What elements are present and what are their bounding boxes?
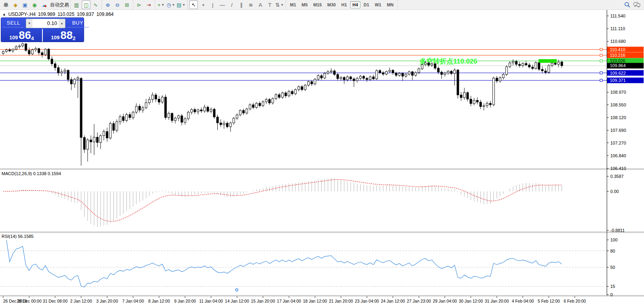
svg-text:2 Jan 12:00: 2 Jan 12:00: [70, 299, 92, 303]
svg-text:110.026: 110.026: [610, 58, 625, 63]
svg-text:111.540: 111.540: [610, 14, 625, 18]
macd-pane: 0.35870.00-0.8811: [3, 174, 625, 233]
volume-step-down[interactable]: ▼: [26, 19, 33, 28]
svg-text:15: 15: [610, 284, 615, 289]
chart-ohlc-header: ▲ USDJPY-,H4 109.989 110.025 109.837 109…: [2, 12, 114, 17]
svg-text:17 Jan 04:00: 17 Jan 04:00: [277, 299, 301, 303]
svg-text:31 Jan 20:00: 31 Jan 20:00: [485, 299, 509, 303]
rsi-line: [6, 240, 562, 287]
buy-price-sup: 2: [73, 36, 75, 41]
svg-text:24 Jan 12:00: 24 Jan 12:00: [381, 299, 405, 303]
macd-value-main: 0.1338: [33, 171, 46, 176]
svg-text:111.110: 111.110: [610, 26, 625, 31]
svg-text:30 Jan 12:00: 30 Jan 12:00: [459, 299, 483, 303]
mt4-terminal: { "toolbar": { "left_icons": [ {"name":"…: [0, 0, 644, 305]
sell-button[interactable]: SELL: [2, 20, 25, 27]
ohlc-open: 109.989: [38, 12, 55, 17]
sell-price-sup: 4: [31, 36, 34, 41]
svg-text:80: 80: [610, 249, 615, 253]
svg-text:106.840: 106.840: [610, 153, 626, 158]
macd-title: MACD(12,26,9) 0.1338 0.1594: [2, 171, 61, 176]
chart-canvas[interactable]: 111.540111.110110.680108.970108.550108.1…: [0, 0, 644, 305]
buy-price[interactable]: 109 88 2: [43, 29, 84, 42]
svg-text:106.410: 106.410: [610, 166, 626, 171]
svg-text:109.622: 109.622: [610, 71, 626, 75]
volume-stepper: ▼ ▲: [26, 19, 65, 28]
svg-text:23 Jan 04:00: 23 Jan 04:00: [355, 299, 379, 303]
svg-text:107.270: 107.270: [610, 141, 626, 145]
current-price-label: 109.864: [610, 63, 626, 68]
svg-text:-0.8811: -0.8811: [610, 228, 625, 233]
svg-text:3 Jan 20:00: 3 Jan 20:00: [96, 299, 118, 303]
volume-step-up[interactable]: ▲: [59, 19, 65, 28]
volume-input[interactable]: [33, 19, 59, 28]
svg-text:6 Feb 20:00: 6 Feb 20:00: [564, 299, 586, 303]
svg-text:8 Jan 12:00: 8 Jan 12:00: [148, 299, 170, 303]
time-axis[interactable]: 26 Dec 201828 Dec 00:0031 Dec 08:002 Jan…: [3, 296, 586, 303]
svg-text:108.120: 108.120: [610, 115, 626, 120]
ohlc-low: 109.837: [77, 12, 94, 17]
svg-text:21 Jan 20:00: 21 Jan 20:00: [329, 299, 353, 303]
macd-value-signal: 0.1594: [48, 171, 61, 176]
buy-price-prefix: 109: [51, 35, 59, 41]
rsi-title: RSI(14) 56.1585: [2, 234, 34, 239]
highlight-box[interactable]: [539, 59, 557, 63]
svg-text:7 Jan 04:00: 7 Jan 04:00: [122, 299, 144, 303]
sell-price[interactable]: 109 86 4: [1, 29, 43, 42]
svg-text:5 Feb 12:00: 5 Feb 12:00: [538, 299, 560, 303]
svg-text:28 Dec 00:00: 28 Dec 00:00: [17, 299, 42, 303]
svg-text:50: 50: [610, 265, 615, 270]
svg-text:108.970: 108.970: [610, 90, 626, 95]
svg-text:9 Jan 20:00: 9 Jan 20:00: [174, 299, 196, 303]
svg-text:4 Feb 04:00: 4 Feb 04:00: [512, 299, 534, 303]
collapse-panel-icon[interactable]: ▲: [2, 12, 6, 16]
svg-text:18 Jan 12:00: 18 Jan 12:00: [303, 299, 327, 303]
rsi-pane: 1008050150: [0, 237, 617, 297]
svg-text:110.680: 110.680: [610, 39, 626, 44]
svg-text:107.690: 107.690: [610, 128, 626, 133]
rsi-value: 56.1585: [18, 234, 34, 239]
object-marker[interactable]: [236, 289, 238, 291]
svg-text:0.3587: 0.3587: [610, 174, 624, 179]
ohlc-close: 109.864: [96, 12, 113, 17]
sell-price-big: 86: [19, 30, 31, 41]
price-axis[interactable]: 111.540111.110110.680108.970108.550108.1…: [607, 14, 626, 171]
svg-text:27 Jan 23:00: 27 Jan 23:00: [407, 299, 431, 303]
svg-text:31 Dec 08:00: 31 Dec 08:00: [43, 299, 68, 303]
ohlc-high: 110.025: [58, 12, 75, 17]
svg-text:29 Jan 04:00: 29 Jan 04:00: [433, 299, 457, 303]
svg-text:15 Jan 20:00: 15 Jan 20:00: [251, 299, 275, 303]
buy-button[interactable]: BUY: [67, 20, 89, 27]
svg-text:108.550: 108.550: [610, 102, 626, 107]
sell-price-prefix: 109: [9, 35, 18, 41]
svg-text:0.00: 0.00: [610, 189, 619, 194]
svg-text:0: 0: [610, 292, 613, 297]
svg-text:109.371: 109.371: [610, 78, 626, 83]
one-click-trading-panel: SELL ▼ ▲ BUY 109 86 4 109 88 2: [1, 17, 84, 42]
symbol-title: USDJPY-,H4: [8, 12, 36, 17]
svg-text:100: 100: [610, 237, 617, 242]
candles: [2, 42, 563, 166]
buy-price-big: 88: [60, 30, 73, 41]
svg-text:11 Jan 04:00: 11 Jan 04:00: [199, 299, 223, 303]
svg-text:110.410: 110.410: [610, 47, 625, 52]
svg-text:14 Jan 12:00: 14 Jan 12:00: [225, 299, 249, 303]
svg-text:110.216: 110.216: [610, 53, 625, 58]
